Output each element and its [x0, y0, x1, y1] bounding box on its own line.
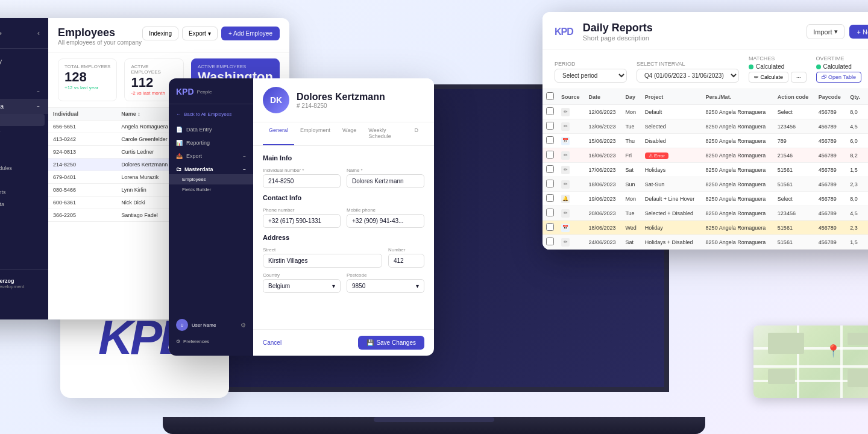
address-section: Address Street Kirstin Villages Number 4… [263, 234, 424, 293]
row-qty: 2,3 [846, 221, 865, 235]
laptop-hinge [374, 417, 494, 422]
sidebar-item-export[interactable]: 📤 Export − [0, 84, 48, 99]
col-unit: Unit [865, 89, 868, 105]
open-table-button[interactable]: 🗗 Open Table [816, 72, 861, 83]
indexing-button[interactable]: Indexing [142, 27, 178, 40]
row-checkbox[interactable] [546, 223, 554, 231]
export-button[interactable]: Export ▾ [182, 27, 218, 40]
sidebar-item-data-entry[interactable]: 📄 Data Entry [0, 54, 48, 69]
date-range-select[interactable]: Q4 (01/06/2023 - 31/06/2023) [637, 69, 739, 83]
row-checkbox[interactable] [546, 122, 554, 130]
cancel-button[interactable]: Cancel [263, 339, 281, 346]
row-checkbox[interactable] [546, 180, 554, 187]
sidebar-sub-paycodes[interactable]: Paycodes [0, 150, 48, 162]
mobile-value[interactable]: +32 (909) 941-43... [347, 214, 424, 228]
matches-actions: ✏ Calculate ··· [749, 72, 807, 83]
table-row[interactable]: ✏ 13/06/2023 Tue Selected 8250 Angela Ro… [542, 119, 868, 134]
table-row-error[interactable]: ✏ 16/06/2023 Fri ⚠ Error 8250 Angela Rom… [542, 148, 868, 163]
tab-general[interactable]: General [263, 122, 294, 145]
calculate-button[interactable]: ✏ Calculate [749, 72, 788, 83]
col-individual: Individual [48, 108, 116, 121]
tab-d[interactable]: D [409, 122, 425, 145]
address-row: Street Kirstin Villages Number 412 [263, 247, 424, 268]
row-qty: 4,5 [846, 206, 865, 221]
matches-more-button[interactable]: ··· [791, 72, 807, 83]
individual-number-value[interactable]: 214-8250 [263, 174, 341, 188]
row-action: 51561 [774, 235, 815, 250]
row-checkbox[interactable] [546, 209, 554, 216]
save-button[interactable]: 💾 Save Changes [358, 336, 424, 350]
table-row[interactable]: ✏ 24/06/2023 Sat Holidays + Disabled 825… [542, 235, 868, 250]
map-road-v2 [840, 326, 843, 398]
back-button[interactable]: ← Back to All Employees [169, 108, 253, 121]
number-value[interactable]: 412 [388, 254, 424, 268]
tab-weekly-schedule[interactable]: Weekly Schedule [362, 122, 408, 145]
row-unit: hours [865, 177, 868, 192]
detail-preferences[interactable]: ⚙ Preferences [169, 336, 253, 347]
row-pers: 8250 Angela Romaguera [702, 163, 774, 177]
sidebar-collapse-icon[interactable]: ‹ [37, 29, 40, 37]
detail-section-masterdata[interactable]: 🗂 Masterdata − [169, 163, 253, 174]
period-select[interactable]: Select period [555, 69, 627, 83]
street-label: Street [263, 247, 382, 253]
detail-nav-data-entry[interactable]: 📄 Data Entry [169, 123, 253, 136]
country-select[interactable]: Belgium ▾ [263, 279, 341, 293]
row-checkbox[interactable] [546, 165, 554, 173]
sidebar-sub-mobility[interactable]: Mobility [0, 174, 48, 186]
import-button[interactable]: Import ▾ [807, 24, 844, 39]
add-employee-button[interactable]: + Add Employee [221, 27, 280, 40]
settings-icon[interactable]: ⚙ [241, 322, 246, 329]
sidebar-sub-weekly[interactable]: Weekly Schedules [0, 162, 48, 174]
row-day: Sat [621, 235, 641, 250]
expand-icon: − [37, 89, 40, 94]
street-value[interactable]: Kirstin Villages [263, 254, 382, 268]
row-date: 17/06/2023 [585, 163, 621, 177]
sidebar-preferences[interactable]: ⚙ Preferences [0, 297, 48, 310]
sidebar-item-masterdata[interactable]: 🗂 Masterdata − [0, 99, 48, 114]
sidebar-sub-projects[interactable]: Projects [0, 138, 48, 150]
table-row[interactable]: ✏ 17/06/2023 Sat Holidays 8250 Angela Ro… [542, 163, 868, 177]
sidebar-sub-calendar[interactable]: Calendar [0, 210, 48, 222]
import-chevron-icon: ▾ [834, 28, 838, 36]
table-row[interactable]: ✏ 18/06/2023 Sun Sat-Sun 8250 Angela Rom… [542, 177, 868, 192]
row-checkbox[interactable] [546, 107, 554, 115]
detail-nav-export[interactable]: 📤 Export − [169, 149, 253, 163]
row-action: 123456 [774, 119, 815, 134]
sidebar-sub-fields-builder[interactable]: Fields Builder [0, 126, 48, 138]
table-row[interactable]: 📅 15/06/2023 Thu Disabled 8250 Angela Ro… [542, 134, 868, 148]
sidebar-sub-employees[interactable]: Employees [0, 114, 45, 126]
sidebar-sub-additional[interactable]: Additional Data [0, 198, 48, 210]
detail-sub-fields-builder[interactable]: Fields Builder [169, 184, 253, 195]
date-range-filter: Select interval Q4 (01/06/2023 - 31/06/2… [637, 61, 739, 83]
sidebar-sub-boarding[interactable]: Boarding Points [0, 186, 48, 198]
detail-sub-employees[interactable]: Employees [169, 174, 253, 184]
daily-reports-header: KPD Daily Reports Short page description… [542, 12, 868, 49]
detail-tabs: General Employment Wage Weekly Schedule … [253, 122, 434, 146]
daily-reports-actions: Import ▾ + New Row ▾ [807, 24, 868, 39]
sub-label: Employees [182, 177, 206, 182]
row-checkbox[interactable] [546, 194, 554, 202]
contact-info-section: Contact Info Phone number +32 (617) 590-… [263, 194, 424, 228]
tab-wage[interactable]: Wage [336, 122, 362, 145]
phone-value[interactable]: +32 (617) 590-1331 [263, 214, 341, 228]
table-row-highlighted[interactable]: 📅 18/06/2023 Wed Holiday 8250 Angela Rom… [542, 221, 868, 235]
row-pers: 8250 Angela Romaguera [702, 221, 774, 235]
detail-nav-reporting[interactable]: 📊 Reporting [169, 136, 253, 149]
row-checkbox[interactable] [546, 136, 554, 144]
select-all-checkbox[interactable] [546, 92, 554, 100]
sidebar-item-reporting[interactable]: 📊 Reporting [0, 69, 48, 84]
row-checkbox[interactable] [546, 237, 554, 245]
row-action: Select [774, 105, 815, 119]
tab-employment[interactable]: Employment [294, 122, 336, 145]
country-value: Belgium [268, 283, 290, 289]
postcode-select[interactable]: 9850 ▾ [347, 279, 424, 293]
overtime-badge: Calculated [816, 63, 861, 70]
new-row-button[interactable]: + New Row ▾ [849, 25, 868, 39]
table-row[interactable]: ✏ 20/06/2023 Tue Selected + Disabled 825… [542, 206, 868, 221]
col-qty: Qty. [846, 89, 865, 105]
table-row[interactable]: 🔔 19/06/2023 Mon Default + Line Hover 82… [542, 192, 868, 206]
table-row[interactable]: ✏ 12/06/2023 Mon Default 8250 Angela Rom… [542, 105, 868, 119]
name-value[interactable]: Dolores Kertzmann [347, 174, 424, 188]
row-checkbox[interactable] [546, 151, 554, 159]
name-label: Name * [347, 168, 424, 173]
